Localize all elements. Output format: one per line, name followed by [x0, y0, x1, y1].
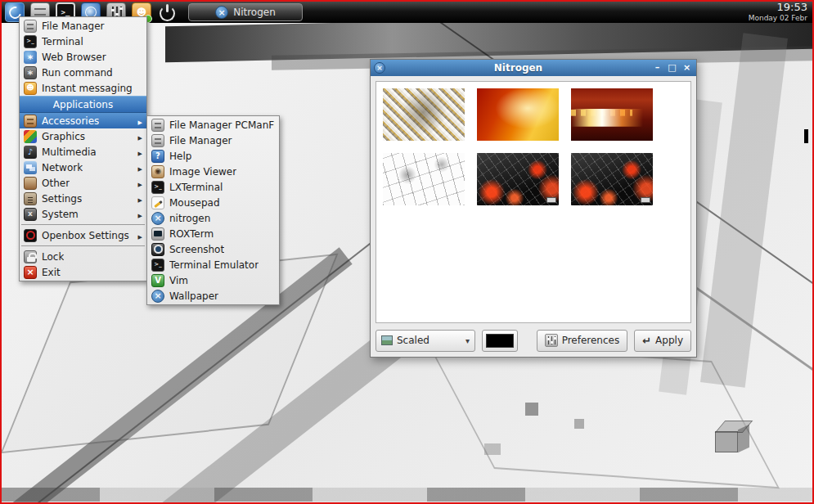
menu-item-label: Instant messaging [42, 83, 133, 94]
menu-item-lock[interactable]: Lock [20, 249, 146, 264]
menu-item-openbox-settings[interactable]: Openbox Settings [20, 227, 146, 243]
wallpaper-thumbnail-mosaic-cube-tunnel[interactable] [383, 88, 465, 141]
scaling-mode-icon [381, 335, 393, 345]
wallpaper-thumbnail-red-light-streaks[interactable] [571, 88, 653, 141]
menu-item-multimedia[interactable]: Multimedia [20, 144, 146, 160]
terminal-icon [151, 181, 164, 194]
submenu-item-image-viewer[interactable]: Image Viewer [147, 164, 279, 179]
preferences-button[interactable]: Preferences [537, 330, 628, 352]
minimize-button[interactable]: – [651, 60, 663, 76]
submenu-item-help[interactable]: Help [147, 148, 279, 164]
submenu-item-mousepad[interactable]: Mousepad [147, 195, 279, 210]
menu-item-label: Exit [42, 267, 61, 278]
submenu-item-terminal-emulator[interactable]: Terminal Emulator [147, 257, 279, 272]
menu-item-settings[interactable]: Settings [20, 191, 146, 206]
menu-item-other[interactable]: Other [20, 175, 146, 191]
apply-return-icon [642, 335, 651, 347]
clock[interactable]: 19:53 Monday 02 Febr [749, 2, 809, 22]
menu-separator [21, 245, 145, 246]
menu-item-system[interactable]: System [20, 206, 146, 222]
submenu-item-label: Image Viewer [169, 166, 236, 178]
submenu-item-roxterm[interactable]: ROXTerm [147, 226, 279, 241]
nitrogen-window: Nitrogen – □ × Scaled [370, 59, 697, 358]
cursor [804, 129, 808, 143]
instant-messaging-icon [24, 82, 37, 95]
clock-date: Monday 02 Febr [749, 14, 807, 22]
submenu-item-label: nitrogen [169, 213, 210, 224]
accessories-submenu: File Manager PCManFM File Manager Help I… [146, 115, 280, 305]
file-manager-icon [24, 20, 37, 33]
menu-item-label: Run command [42, 67, 113, 79]
run-command-icon [24, 66, 37, 79]
submenu-item-lxterminal[interactable]: LXTerminal [147, 179, 279, 195]
menu-item-label: Other [42, 178, 70, 189]
graphics-icon [24, 130, 37, 143]
menu-item-network[interactable]: Network [20, 160, 146, 175]
maximize-button[interactable]: □ [666, 60, 678, 76]
clock-time: 19:53 [749, 2, 807, 14]
wallpaper-thumbnail-dark-cubes-red-2[interactable] [571, 153, 653, 205]
submenu-arrow-icon [138, 230, 142, 241]
menu-item-web-browser[interactable]: Web Browser [20, 49, 146, 65]
submenu-item-file-manager-pcmanfm[interactable]: File Manager PCManFM [147, 117, 279, 133]
apply-label: Apply [655, 335, 683, 346]
menu-item-label: Terminal [42, 36, 83, 47]
openbox-icon [24, 229, 37, 242]
background-color-button[interactable] [482, 330, 518, 352]
menu-item-label: Openbox Settings [42, 230, 129, 241]
terminal-icon [151, 259, 164, 272]
help-icon [151, 150, 164, 163]
submenu-item-label: Mousepad [169, 197, 220, 209]
color-swatch-black [486, 334, 514, 348]
wallpaper-shape [574, 419, 584, 429]
wallpaper-thumbnail-orange-flame[interactable] [477, 88, 559, 141]
submenu-item-file-manager[interactable]: File Manager [147, 133, 279, 148]
file-manager-icon [151, 119, 164, 132]
vim-icon [151, 274, 164, 287]
submenu-item-label: Vim [169, 275, 188, 286]
submenu-item-screenshot[interactable]: Screenshot [147, 241, 279, 257]
submenu-item-vim[interactable]: Vim [147, 272, 279, 288]
wallpaper-thumbnail-dark-cubes-red[interactable] [477, 153, 559, 205]
menu-item-label: Multimedia [42, 146, 97, 158]
roxterm-icon [151, 227, 164, 241]
system-icon [24, 208, 37, 221]
power-button-icon[interactable] [157, 2, 177, 22]
wallpaper-shape [700, 33, 788, 387]
menu-item-file-manager[interactable]: File Manager [20, 18, 146, 34]
mode-select-value: Scaled [397, 335, 429, 346]
wallpaper-thumbnail-gray-wireframe[interactable] [383, 153, 465, 205]
menu-item-label: Settings [42, 193, 82, 205]
menu-item-exit[interactable]: Exit [20, 264, 146, 280]
settings-icon [24, 192, 37, 205]
taskbar-item-nitrogen[interactable]: Nitrogen [188, 3, 303, 21]
close-button[interactable]: × [681, 60, 693, 76]
menu-item-graphics[interactable]: Graphics [20, 128, 146, 144]
menu-item-terminal[interactable]: Terminal [20, 34, 146, 49]
submenu-item-wallpaper[interactable]: Wallpaper [147, 288, 279, 304]
menu-item-instant-messaging[interactable]: Instant messaging [20, 80, 146, 96]
mode-select[interactable]: Scaled [376, 330, 475, 352]
titlebar[interactable]: Nitrogen – □ × [371, 60, 696, 76]
wallpaper-shape [2, 488, 812, 502]
window-client: Scaled Preferences Apply [371, 76, 696, 357]
submenu-arrow-icon [138, 162, 142, 173]
web-browser-icon [24, 51, 37, 64]
submenu-item-nitrogen[interactable]: nitrogen [147, 210, 279, 226]
submenu-item-label: File Manager [169, 135, 232, 146]
menu-item-accessories[interactable]: Accessories [20, 113, 146, 128]
network-icon [24, 161, 37, 174]
submenu-arrow-icon [138, 178, 142, 189]
menu-item-label: Graphics [42, 131, 85, 142]
submenu-item-label: Terminal Emulator [169, 259, 259, 271]
menu-header-applications: Applications [20, 96, 146, 113]
submenu-arrow-icon [138, 193, 142, 205]
submenu-item-label: Help [169, 151, 191, 162]
chevron-down-icon [465, 335, 470, 346]
menu-item-run-command[interactable]: Run command [20, 65, 146, 80]
multimedia-icon [24, 146, 37, 159]
apply-button[interactable]: Apply [634, 330, 691, 352]
submenu-item-label: ROXTerm [169, 228, 214, 240]
preferences-sliders-icon [545, 334, 558, 347]
nitrogen-icon [215, 6, 228, 19]
